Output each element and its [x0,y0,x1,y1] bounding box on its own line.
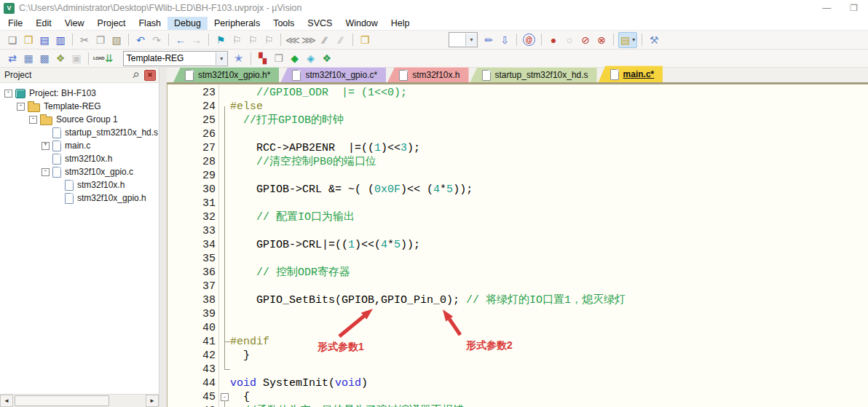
save-all-icon[interactable]: ▥ [53,33,68,47]
code-line[interactable]: 45 { [167,390,868,404]
manage-components-icon[interactable]: ▚ [256,51,270,66]
tree-item[interactable]: -Template-REG [0,100,159,113]
insert-breakpoint-icon[interactable]: ● [546,33,561,47]
tree-item-label[interactable]: stm32f10x.h [77,180,125,190]
enable-breakpoint-icon[interactable]: ○ [562,33,577,47]
menu-file[interactable]: File [1,17,29,30]
copy-icon[interactable]: ❐ [93,33,108,47]
navigate-back-icon[interactable]: ← [173,33,188,47]
tree-item-label[interactable]: Source Group 1 [56,114,118,125]
new-file-icon[interactable]: ❏ [5,33,20,47]
indent-right-icon[interactable]: ⋙ [301,33,316,47]
tab-stm32f10x-h[interactable]: stm32f10x.h [387,67,468,82]
tree-item-label[interactable]: Template-REG [44,101,101,111]
scroll-right-icon[interactable]: ► [146,395,159,407]
menu-help[interactable]: Help [384,17,417,30]
paste-icon[interactable]: ▧ [109,33,124,47]
chevron-down-icon[interactable]: ▾ [632,36,635,43]
horizontal-scrollbar[interactable]: ◄ ► [0,394,159,407]
quick-find-combobox[interactable]: ▾ [449,32,478,47]
undo-icon[interactable]: ↶ [133,33,148,47]
select-target-combobox[interactable]: Template-REG▾ [123,51,228,66]
panel-splitter[interactable] [159,68,167,407]
manage-books-icon[interactable]: ❐ [272,51,286,66]
tree-item[interactable]: +main.c [0,139,159,152]
configure-editor-icon[interactable]: ❒ [358,33,372,47]
toggle-bookmark-icon[interactable]: ⚑ [213,33,228,47]
find-icon[interactable]: ⇩ [497,33,512,47]
clear-bookmarks-icon[interactable]: ⚐ [261,33,276,47]
tab-main-c[interactable]: main.c* [599,66,663,82]
collapse-icon[interactable]: - [4,90,12,98]
tree-item[interactable]: startup_stm32f10x_hd.s [0,126,159,139]
tree-item-label[interactable]: Project: BH-F103 [29,88,96,98]
tree-item[interactable]: stm32f10x_gpio.h [0,191,159,205]
collapse-icon[interactable]: - [29,116,37,124]
tree-item[interactable]: stm32f10x.h [0,178,159,191]
close-icon[interactable]: ✕ [144,70,156,81]
tree-item[interactable]: -stm32f10x_gpio.c [0,165,159,178]
scrollbar-thumb[interactable] [15,395,109,406]
chevron-down-icon[interactable]: ▾ [465,33,477,46]
code-line[interactable]: 44void SystemInit(void) [167,376,868,390]
manage-templates-icon[interactable]: ◈ [304,51,318,66]
previous-bookmark-icon[interactable]: ⚐ [229,33,244,47]
redo-icon[interactable]: ↷ [149,33,164,47]
code-editor[interactable]: 23 //GPIOB_ODR |= (1<<0);24#else25 //打开G… [167,84,868,407]
uncomment-selection-icon[interactable]: ∕∕ [334,33,348,47]
code-line[interactable]: 46 //函数体为空，目的是为了骗过编译器不报错 [167,404,868,407]
kill-all-breakpoints-icon[interactable]: ⊗ [594,33,609,47]
window-views-icon[interactable]: ▤▾ [618,32,637,48]
tree-item-label[interactable]: stm32f10x_gpio.h [77,193,146,203]
stop-build-icon[interactable]: ▣ [69,51,84,66]
cut-icon[interactable]: ✂ [77,33,92,47]
next-bookmark-icon[interactable]: ⚐ [245,33,260,47]
scroll-left-icon[interactable]: ◄ [0,395,13,407]
search-at-icon[interactable]: @ [523,33,535,46]
chevron-down-icon[interactable]: ▾ [216,52,227,65]
menu-flash[interactable]: Flash [132,17,167,30]
menu-view[interactable]: View [58,17,91,30]
manage-dialogs-icon[interactable]: ❖ [320,51,334,66]
rebuild-all-icon[interactable]: ▩ [37,51,52,66]
expand-icon[interactable]: + [42,142,50,150]
menu-window[interactable]: Window [339,17,384,30]
menu-project[interactable]: Project [91,17,133,30]
tree-item-label[interactable]: startup_stm32f10x_hd.s [65,127,158,138]
indent-left-icon[interactable]: ⋘ [285,33,300,47]
minimize-button[interactable]: — [822,0,831,16]
menu-tools[interactable]: Tools [267,17,301,30]
navigate-forward-icon[interactable]: → [189,33,204,47]
collapse-icon[interactable]: - [17,103,25,111]
fold-line [224,400,225,407]
menu-edit[interactable]: Edit [29,17,58,30]
save-file-icon[interactable]: ▤ [37,33,52,47]
build-target-icon[interactable]: ▦ [21,51,36,66]
configure-tools-icon[interactable]: ⚒ [647,33,661,47]
tree-item[interactable]: stm32f10x.h [0,152,159,165]
translate-file-icon[interactable]: ⇄ [5,51,20,66]
disable-all-breakpoints-icon[interactable]: ⊘ [578,33,593,47]
code-text: //函数体为空，目的是为了骗过编译器不报错 [230,404,464,407]
tree-item[interactable]: -Source Group 1 [0,113,159,126]
manage-functions-icon[interactable]: ◆ [288,51,302,66]
options-for-target-icon[interactable]: ✭ [232,51,246,66]
tab-startup_stm32f10x_hd-s[interactable]: startup_stm32f10x_hd.s [470,67,597,82]
tree-item-label[interactable]: stm32f10x_gpio.c [65,167,133,177]
restore-button[interactable]: ❐ [850,0,858,16]
load-flash-icon[interactable]: LOAD⇊ [93,51,114,66]
batch-build-icon[interactable]: ❖ [53,51,68,66]
tree-item-label[interactable]: stm32f10x.h [65,154,112,164]
menu-svcs[interactable]: SVCS [301,17,339,30]
open-file-icon[interactable]: ❒ [21,33,36,47]
tab-stm32f10x_gpio-h[interactable]: stm32f10x_gpio.h* [173,67,279,82]
comment-selection-icon[interactable]: ∕∕ [317,33,332,47]
scrollbar-track[interactable] [13,395,146,406]
tab-stm32f10x_gpio-c[interactable]: stm32f10x_gpio.c* [280,67,386,82]
tree-item[interactable]: -Project: BH-F103 [0,87,159,100]
tree-item-label[interactable]: main.c [65,141,90,151]
menu-peripherals[interactable]: Peripherals [208,17,267,30]
find-in-files-icon[interactable]: ✏ [481,33,496,47]
menu-debug[interactable]: Debug [167,17,208,30]
collapse-icon[interactable]: - [42,168,50,176]
